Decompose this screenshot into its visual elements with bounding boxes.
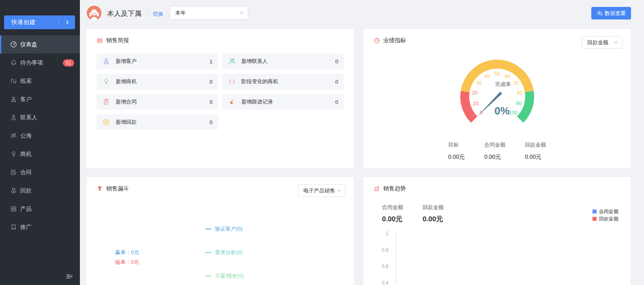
period-select[interactable]: 本年 <box>170 6 248 19</box>
gauge-tick-label: 50 <box>494 71 500 77</box>
chevron-down-icon <box>239 11 244 14</box>
y-tick-label: 0.4 <box>382 280 389 285</box>
customer-icon <box>102 58 110 65</box>
gauge-icon <box>374 37 380 44</box>
brief-item-new-contracts[interactable]: 新增合同 0 <box>97 94 218 110</box>
brief-item-label: 新增客户 <box>116 58 210 65</box>
sidebar-item-label: 待办事项 <box>20 59 43 67</box>
sidebar: 快速创建 仪表盘 待办事项 51 <box>0 0 80 285</box>
sales-brief-grid: 新增客户 1 新增联系人 0 新增商机 0 <box>97 54 344 130</box>
brief-item-new-customers[interactable]: 新增客户 1 <box>97 54 218 69</box>
sidebar-item-leads[interactable]: 线索 <box>0 72 80 90</box>
funnel-stages: 验证客户(0)需求分析(0)方案/报价(0) <box>205 223 244 285</box>
kpi-card: 业绩指标 回款金额 0102030405060708090100 完成率 0% <box>363 28 631 168</box>
sidebar-item-label: 客户 <box>20 96 32 103</box>
sidebar-item-opportunities[interactable]: 商机 <box>0 145 80 163</box>
trend-stat-label: 合同金额 <box>382 204 403 211</box>
quick-create-button[interactable]: 快速创建 <box>4 15 75 29</box>
kpi-title: 业绩指标 <box>383 37 406 44</box>
brief-item-new-followups[interactable]: 新增跟进记录 0 <box>222 94 344 110</box>
sales-trend-title: 销售趋势 <box>383 185 406 192</box>
sidebar-item-contacts[interactable]: 联系人 <box>0 108 80 127</box>
sidebar-item-contracts[interactable]: 合同 <box>0 163 80 181</box>
kpi-stat-label: 目标 <box>448 141 465 149</box>
sidebar-nav: 仪表盘 待办事项 51 线索 客户 <box>0 35 80 236</box>
sidebar-item-receivables[interactable]: 回款 <box>0 181 80 200</box>
funnel-lose-label: 输单：0元 <box>115 259 139 266</box>
legend-item-contract[interactable]: 合同金额 <box>592 208 618 215</box>
bulb-icon <box>102 78 110 85</box>
sidebar-item-customers[interactable]: 客户 <box>0 90 80 108</box>
quick-create-divider <box>58 19 59 25</box>
trend-stat-value: 0.00元 <box>423 214 444 224</box>
trend-y-axis-line <box>396 233 396 285</box>
y-tick-label: 0.6 <box>382 263 389 269</box>
cloud-icon <box>228 78 236 85</box>
clipboard-icon <box>102 98 110 106</box>
y-tick-label: 1 <box>386 231 389 236</box>
brief-item-new-contacts[interactable]: 新增联系人 0 <box>222 54 344 69</box>
contact-icon <box>10 114 17 121</box>
brief-item-value: 0 <box>210 119 213 125</box>
chevron-right-icon[interactable] <box>64 19 70 25</box>
sidebar-item-todos[interactable]: 待办事项 51 <box>0 54 80 72</box>
sales-brief-card: 销售简报 新增客户 1 新增联系人 0 <box>86 28 354 168</box>
scope-divider: | <box>147 9 149 16</box>
legend-item-receivable[interactable]: 回款金额 <box>592 215 618 222</box>
funnel-process-select[interactable]: 电子产品销售 <box>298 184 346 197</box>
chevron-down-icon <box>337 189 341 192</box>
brief-item-label: 新增回款 <box>116 119 210 126</box>
data-dedup-label: 数据查重 <box>605 10 626 17</box>
kpi-metric-select[interactable]: 回款金额 <box>582 36 623 49</box>
kpi-stat-label: 回款金额 <box>525 141 546 149</box>
brief-item-label: 新增跟进记录 <box>241 98 335 106</box>
kpi-stat-contract-amount: 合同金额 0.00元 <box>484 141 505 161</box>
sidebar-item-label: 回款 <box>20 187 32 194</box>
todo-count-badge: 51 <box>63 59 74 67</box>
sidebar-item-label: 合同 <box>20 169 32 176</box>
funnel-stage-dash <box>205 252 211 253</box>
switch-scope-link[interactable]: 切换 <box>153 11 163 18</box>
kpi-stat-value: 0.00元 <box>448 153 465 161</box>
sidebar-item-dashboard[interactable]: 仪表盘 <box>0 35 80 54</box>
chevron-down-icon <box>614 41 618 44</box>
leads-icon <box>10 78 17 84</box>
contract-icon <box>10 169 17 176</box>
legend-swatch-blue <box>592 209 597 214</box>
sidebar-collapse-button[interactable] <box>65 273 73 280</box>
brief-item-new-receivables[interactable]: 新增回款 0 <box>97 114 218 130</box>
scope-title: 本人及下属 <box>107 9 142 18</box>
newspaper-icon <box>97 37 103 44</box>
brief-item-value: 0 <box>210 99 213 105</box>
quick-create-label: 快速创建 <box>11 19 36 26</box>
gauge-tick-label: 60 <box>505 73 510 79</box>
funnel-stage-label: 验证客户(0) <box>205 223 244 235</box>
funnel-process-select-value: 电子产品销售 <box>303 187 337 194</box>
brief-item-stage-changed-opportunities[interactable]: 阶段变化的商机 0 <box>222 74 344 89</box>
avatar[interactable] <box>87 6 101 20</box>
data-dedup-button[interactable]: 数据查重 <box>591 7 631 19</box>
period-select-value: 本年 <box>175 9 239 17</box>
bulb-icon <box>10 151 17 158</box>
trend-chart-icon <box>374 186 380 192</box>
legend-label: 合同金额 <box>599 208 618 215</box>
trend-stat-receivable: 回款金额 0.00元 <box>423 204 444 224</box>
sidebar-item-label: 产品 <box>20 205 32 213</box>
funnel-stage-dash <box>205 276 211 276</box>
kpi-stats: 目标 0.00元 合同金额 0.00元 回款金额 0.00元 <box>363 141 631 161</box>
sidebar-item-pool[interactable]: 公海 <box>0 127 80 145</box>
contact-icon <box>228 58 236 65</box>
trend-legend: 合同金额 回款金额 <box>592 208 618 222</box>
brief-item-value: 1 <box>210 58 213 65</box>
brief-item-new-opportunities[interactable]: 新增商机 0 <box>97 74 218 89</box>
sidebar-item-promotion[interactable]: 推广 <box>0 218 80 236</box>
search-dedup-icon <box>597 10 603 16</box>
funnel-win-lose: 赢单：0元 输单：0元 <box>115 249 139 266</box>
sales-funnel-header: 销售漏斗 <box>97 185 129 192</box>
completion-gauge: 0102030405060708090100 完成率 0% <box>430 48 564 133</box>
gauge-tick-label: 100 <box>509 110 517 116</box>
customer-icon <box>10 96 17 103</box>
sidebar-item-products[interactable]: 产品 <box>0 200 80 218</box>
gauge-tick-label: 80 <box>517 90 522 96</box>
brief-item-value: 0 <box>210 79 213 85</box>
